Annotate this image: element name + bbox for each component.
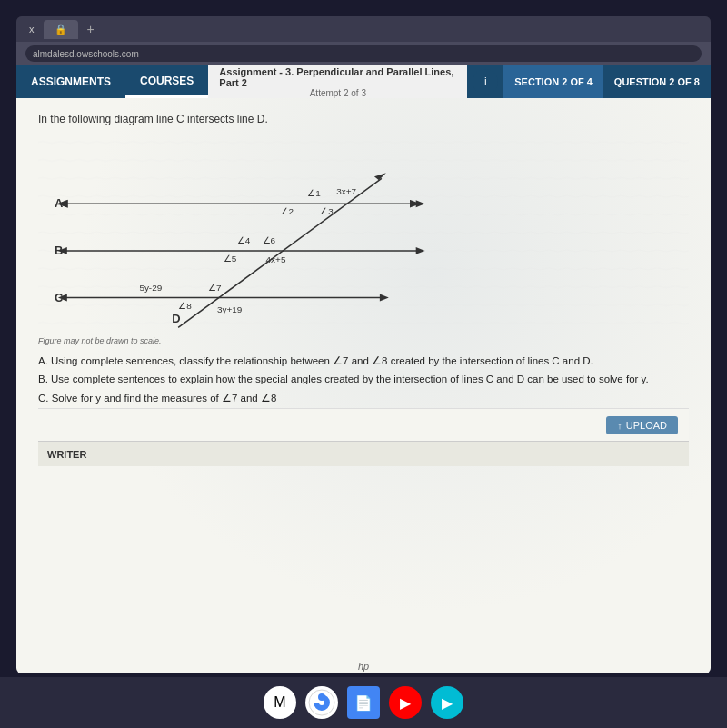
tab-close[interactable]: x — [24, 22, 40, 36]
app-header: ASSIGNMENTS COURSES Assignment - 3. Perp… — [16, 65, 711, 98]
svg-text:∠8: ∠8 — [178, 301, 192, 311]
question-b: B. Use complete sentences to explain how… — [38, 371, 689, 387]
diagram-area: A B C D — [38, 133, 689, 333]
section-label: SECTION 2 OF 4 — [514, 76, 593, 87]
section-indicator: SECTION 2 OF 4 — [503, 65, 603, 98]
tab-favicon: 🔒 — [55, 24, 67, 35]
svg-text:∠3: ∠3 — [320, 206, 334, 216]
question-indicator: QUESTION 2 OF 8 — [603, 65, 711, 98]
assignments-label: ASSIGNMENTS — [31, 75, 111, 88]
assignment-info: Assignment - 3. Perpendicular and Parall… — [208, 65, 467, 98]
upload-icon: ↑ — [617, 420, 622, 431]
question-c: C. Solve for y and find the measures of … — [38, 390, 689, 406]
gmail-icon[interactable]: M — [264, 686, 296, 719]
svg-text:∠6: ∠6 — [263, 235, 276, 245]
browser-tabs: x 🔒 + — [16, 16, 711, 42]
svg-text:∠7: ∠7 — [208, 283, 222, 293]
svg-text:B: B — [55, 244, 63, 257]
info-icon[interactable]: i — [473, 69, 498, 95]
docs-icon[interactable]: 📄 — [347, 686, 380, 719]
bottom-bar: ↑ UPLOAD — [38, 408, 689, 441]
svg-text:5y-29: 5y-29 — [139, 283, 162, 293]
assignment-title: Assignment - 3. Perpendicular and Parall… — [219, 66, 456, 88]
svg-text:3y+19: 3y+19 — [217, 304, 243, 314]
writer-bar: WRITER — [38, 441, 689, 466]
svg-text:D: D — [172, 312, 180, 325]
svg-text:3x+7: 3x+7 — [336, 186, 356, 196]
laptop-screen: x 🔒 + almdalesd.owschools.com ASSIGNMENT… — [16, 16, 711, 673]
svg-text:∠4: ∠4 — [237, 235, 251, 245]
play-icon[interactable]: ▶ — [431, 686, 463, 719]
upload-button[interactable]: ↑ UPLOAD — [606, 416, 678, 434]
courses-label: COURSES — [140, 75, 194, 87]
svg-rect-0 — [38, 134, 689, 333]
attempt-label: Attempt 2 of 3 — [310, 88, 366, 98]
youtube-icon[interactable]: ▶ — [389, 686, 422, 719]
geometry-diagram: A B C D — [38, 133, 689, 333]
address-bar[interactable]: almdalesd.owschools.com — [25, 45, 702, 62]
svg-text:∠1: ∠1 — [307, 188, 321, 198]
svg-text:C: C — [55, 291, 63, 304]
chrome-icon[interactable] — [305, 686, 338, 719]
hp-logo: hp — [358, 661, 369, 672]
upload-label: UPLOAD — [626, 420, 667, 431]
writer-label: WRITER — [47, 449, 86, 460]
browser-tab[interactable]: 🔒 — [44, 20, 78, 39]
svg-text:4x+5: 4x+5 — [266, 254, 286, 264]
taskbar: M 📄 ▶ ▶ — [0, 677, 727, 728]
problem-intro: In the following diagram line C intersec… — [38, 113, 689, 125]
svg-point-28 — [307, 688, 336, 717]
nav-assignments[interactable]: ASSIGNMENTS — [16, 65, 125, 98]
question-label: QUESTION 2 OF 8 — [614, 76, 700, 87]
nav-courses[interactable]: COURSES — [125, 65, 208, 98]
figure-note: Figure may not be drawn to scale. — [38, 336, 689, 345]
main-content: In the following diagram line C intersec… — [16, 98, 711, 673]
svg-text:∠2: ∠2 — [281, 206, 294, 216]
svg-text:∠5: ∠5 — [224, 254, 237, 264]
address-bar-container: almdalesd.owschools.com — [16, 42, 711, 65]
questions-section: A. Using complete sentences, classify th… — [38, 353, 689, 406]
new-tab-button[interactable]: + — [82, 22, 100, 36]
address-text: almdalesd.owschools.com — [33, 49, 139, 59]
question-a: A. Using complete sentences, classify th… — [38, 353, 689, 369]
svg-point-29 — [318, 693, 325, 701]
